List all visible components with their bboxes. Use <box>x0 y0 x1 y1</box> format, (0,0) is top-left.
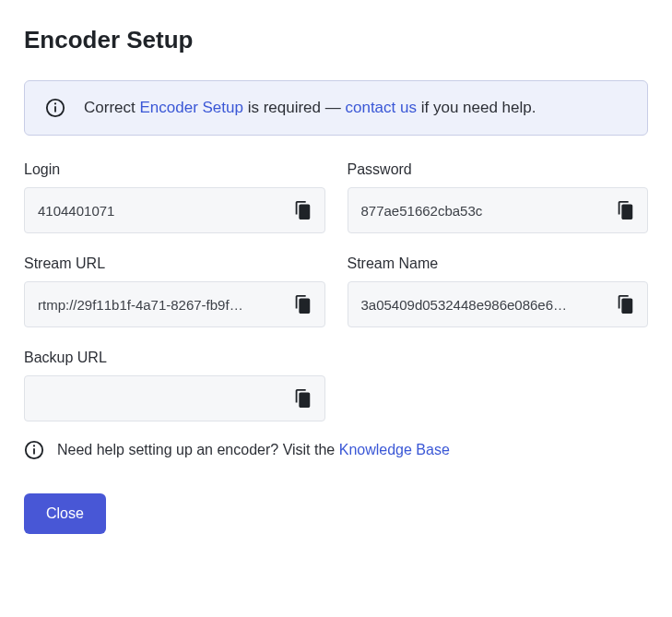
backup-url-field: Backup URL <box>24 350 325 421</box>
login-box: 4104401071 <box>24 187 325 233</box>
copy-icon <box>615 200 635 220</box>
info-alert: Correct Encoder Setup is required — cont… <box>24 80 648 136</box>
contact-us-link[interactable]: contact us <box>345 99 417 116</box>
svg-point-2 <box>54 102 56 104</box>
password-value: 877ae51662cba53c <box>361 203 613 219</box>
copy-login-button[interactable] <box>289 197 315 223</box>
alert-text: Correct Encoder Setup is required — cont… <box>84 99 536 117</box>
help-text: Need help setting up an encoder? Visit t… <box>57 442 450 458</box>
copy-icon <box>292 294 312 314</box>
stream-url-value: rtmp://29f11b1f-4a71-8267-fb9f… <box>38 297 289 313</box>
login-value: 4104401071 <box>38 203 289 219</box>
password-box: 877ae51662cba53c <box>348 187 649 233</box>
stream-url-box: rtmp://29f11b1f-4a71-8267-fb9f… <box>24 281 325 327</box>
close-button[interactable]: Close <box>24 493 106 534</box>
copy-stream-name-button[interactable] <box>612 291 638 317</box>
info-icon <box>24 440 44 460</box>
login-field: Login 4104401071 <box>24 161 325 233</box>
page-title: Encoder Setup <box>24 26 648 54</box>
copy-icon <box>292 200 312 220</box>
stream-name-field: Stream Name 3a05409d0532448e986e086e6… <box>348 255 649 327</box>
backup-url-box <box>24 375 325 421</box>
copy-password-button[interactable] <box>612 197 638 223</box>
svg-point-5 <box>33 445 35 446</box>
stream-name-label: Stream Name <box>348 255 649 272</box>
backup-url-label: Backup URL <box>24 350 325 366</box>
help-row: Need help setting up an encoder? Visit t… <box>24 440 648 460</box>
copy-stream-url-button[interactable] <box>289 291 315 317</box>
copy-icon <box>292 388 312 409</box>
password-field: Password 877ae51662cba53c <box>348 161 649 233</box>
copy-icon <box>615 294 635 314</box>
stream-url-label: Stream URL <box>24 255 325 272</box>
login-label: Login <box>24 161 325 178</box>
stream-url-field: Stream URL rtmp://29f11b1f-4a71-8267-fb9… <box>24 255 325 327</box>
info-icon <box>45 98 65 118</box>
copy-backup-url-button[interactable] <box>289 386 315 411</box>
stream-name-value: 3a05409d0532448e986e086e6… <box>361 297 613 313</box>
password-label: Password <box>348 161 649 178</box>
encoder-setup-link[interactable]: Encoder Setup <box>139 99 242 116</box>
stream-name-box: 3a05409d0532448e986e086e6… <box>348 281 649 327</box>
knowledge-base-link[interactable]: Knowledge Base <box>339 442 450 457</box>
